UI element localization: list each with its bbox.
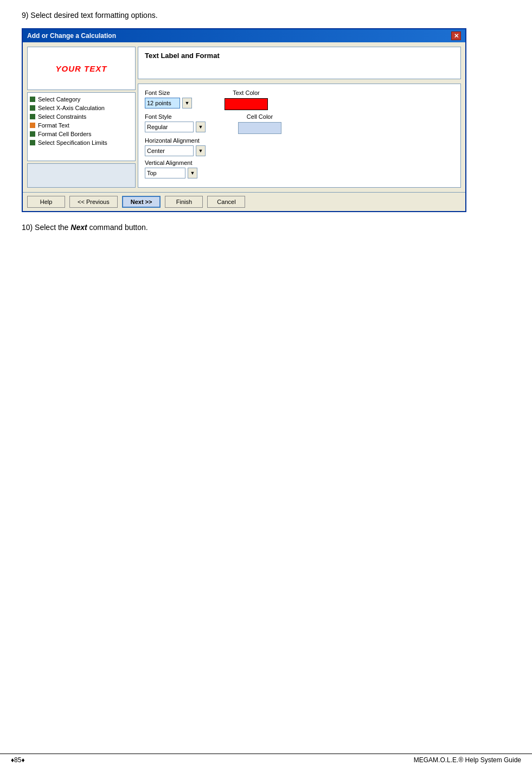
cell-color-box[interactable] xyxy=(238,122,281,134)
font-size-input[interactable] xyxy=(145,98,180,108)
step10-prefix: 10) Select the xyxy=(22,223,70,232)
nav-item-2[interactable]: Select Constraints xyxy=(30,112,133,121)
next-button[interactable]: Next >> xyxy=(122,196,161,208)
right-top-panel: Text Label and Format xyxy=(138,47,461,79)
form-row-4: Vertical Alignment ▼ xyxy=(145,159,454,178)
dialog-titlebar: Add or Change a Calculation ✕ xyxy=(23,29,465,42)
font-style-arrow[interactable]: ▼ xyxy=(196,122,206,132)
nav-dot-4 xyxy=(30,131,35,137)
preview-text: YOUR TEXT xyxy=(56,64,107,73)
footer-page: ♦85♦ xyxy=(11,756,25,764)
text-color-box[interactable] xyxy=(225,98,268,110)
h-align-control: ▼ xyxy=(145,145,206,156)
font-style-input[interactable] xyxy=(145,122,194,132)
h-align-group: Horizontal Alignment ▼ xyxy=(145,137,206,156)
left-panel: YOUR TEXT Select Category Select X-Axis … xyxy=(27,47,136,188)
text-color-group: Text Color xyxy=(225,90,268,110)
previous-button[interactable]: << Previous xyxy=(69,196,118,208)
step10-text: 10) Select the Next command button. xyxy=(22,223,510,232)
nav-dot-3 xyxy=(30,123,35,128)
form-row-3: Horizontal Alignment ▼ xyxy=(145,137,454,156)
v-align-arrow[interactable]: ▼ xyxy=(188,168,197,178)
nav-dot-1 xyxy=(30,105,35,111)
nav-label-4: Format Cell Borders xyxy=(38,131,91,137)
step9-text: 9) Select desired text formatting option… xyxy=(22,11,510,20)
h-align-input[interactable] xyxy=(145,145,194,156)
nav-dot-0 xyxy=(30,97,35,102)
form-row-2: Font Style ▼ Cell Color xyxy=(145,113,454,134)
cell-color-label: Cell Color xyxy=(247,113,273,120)
dialog-body: YOUR TEXT Select Category Select X-Axis … xyxy=(23,42,465,192)
nav-label-3: Format Text xyxy=(38,122,69,129)
section-title: Text Label and Format xyxy=(145,52,454,60)
nav-list: Select Category Select X-Axis Calculatio… xyxy=(27,92,136,161)
v-align-control: ▼ xyxy=(145,168,197,178)
help-button[interactable]: Help xyxy=(27,196,65,208)
v-align-input[interactable] xyxy=(145,168,185,178)
nav-item-1[interactable]: Select X-Axis Calculation xyxy=(30,104,133,112)
nav-item-0[interactable]: Select Category xyxy=(30,95,133,104)
v-align-label: Vertical Alignment xyxy=(145,159,197,166)
h-align-label: Horizontal Alignment xyxy=(145,137,206,144)
font-size-control: ▼ xyxy=(145,98,192,108)
font-size-label: Font Size xyxy=(145,90,192,96)
font-style-control: ▼ xyxy=(145,122,206,132)
font-size-group: Font Size ▼ xyxy=(145,90,192,108)
button-bar: Help << Previous Next >> Finish Cancel xyxy=(23,192,465,211)
nav-label-2: Select Constraints xyxy=(38,113,86,120)
nav-dot-2 xyxy=(30,114,35,119)
nav-label-1: Select X-Axis Calculation xyxy=(38,105,105,111)
footer-title: MEGAM.O.L.E.® Help System Guide xyxy=(414,756,521,764)
font-style-group: Font Style ▼ xyxy=(145,113,206,132)
footer: ♦85♦ MEGAM.O.L.E.® Help System Guide xyxy=(0,754,532,766)
nav-item-5[interactable]: Select Specification Limits xyxy=(30,138,133,147)
nav-label-0: Select Category xyxy=(38,96,80,103)
nav-item-4[interactable]: Format Cell Borders xyxy=(30,130,133,138)
step10-bold: Next xyxy=(70,223,87,232)
v-align-group: Vertical Alignment ▼ xyxy=(145,159,197,178)
nav-item-3[interactable]: Format Text xyxy=(30,121,133,130)
text-color-label: Text Color xyxy=(233,90,260,96)
font-style-label: Font Style xyxy=(145,113,206,120)
right-middle-panel: Font Size ▼ Text Color xyxy=(138,84,461,188)
nav-dot-5 xyxy=(30,140,35,145)
dialog-title: Add or Change a Calculation xyxy=(27,32,116,40)
cancel-button[interactable]: Cancel xyxy=(207,196,245,208)
font-size-arrow[interactable]: ▼ xyxy=(182,98,192,108)
cell-color-group: Cell Color xyxy=(238,113,281,134)
h-align-arrow[interactable]: ▼ xyxy=(196,145,206,156)
left-bottom-panel xyxy=(27,163,136,188)
preview-box: YOUR TEXT xyxy=(27,47,136,90)
nav-label-5: Select Specification Limits xyxy=(38,139,107,146)
dialog-close-button[interactable]: ✕ xyxy=(451,31,461,40)
step10-suffix: command button. xyxy=(87,223,148,232)
finish-button[interactable]: Finish xyxy=(165,196,203,208)
dialog-window: Add or Change a Calculation ✕ YOUR TEXT … xyxy=(22,28,466,212)
form-row-1: Font Size ▼ Text Color xyxy=(145,90,454,110)
right-panel: Text Label and Format Font Size ▼ xyxy=(138,47,461,188)
